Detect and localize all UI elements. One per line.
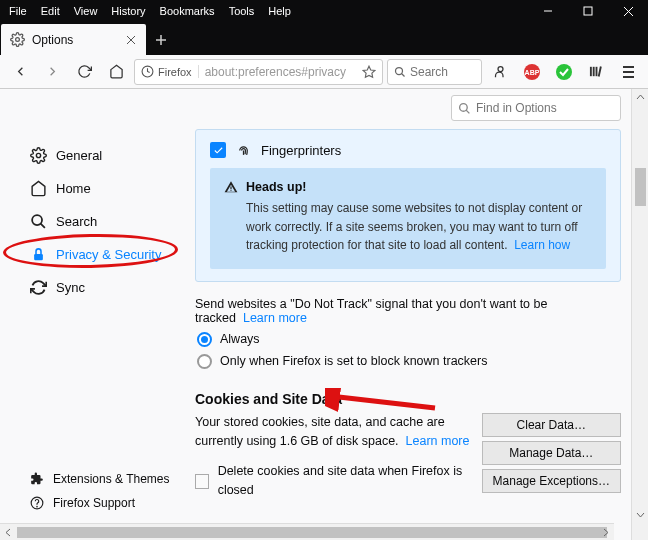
- sidebar-item-privacy[interactable]: Privacy & Security: [20, 238, 180, 271]
- dnt-onlywhen-row[interactable]: Only when Firefox is set to block known …: [197, 354, 621, 369]
- sidebar-bottom: Extensions & Themes Firefox Support: [20, 467, 180, 515]
- find-in-options[interactable]: [451, 95, 621, 121]
- menu-tools[interactable]: Tools: [222, 2, 262, 20]
- check-icon[interactable]: [550, 58, 578, 86]
- home-button[interactable]: [102, 58, 130, 86]
- manage-exceptions-button[interactable]: Manage Exceptions…: [482, 469, 621, 493]
- warning-box: Heads up! This setting may cause some we…: [210, 168, 606, 269]
- menu-history[interactable]: History: [104, 2, 152, 20]
- sidebar-item-search[interactable]: Search: [20, 205, 180, 238]
- svg-rect-18: [592, 67, 594, 76]
- svg-point-26: [36, 153, 40, 157]
- svg-line-28: [41, 224, 45, 228]
- menu-file[interactable]: File: [2, 2, 34, 20]
- reload-button[interactable]: [70, 58, 98, 86]
- h-scroll-thumb[interactable]: [17, 527, 607, 538]
- new-tab-button[interactable]: [146, 24, 176, 55]
- fingerprinters-checkbox[interactable]: [210, 142, 226, 158]
- toolbar: Firefox about:preferences#privacy ABP: [0, 55, 648, 89]
- forward-button[interactable]: [38, 58, 66, 86]
- library-icon[interactable]: [582, 58, 610, 86]
- v-scroll-thumb[interactable]: [635, 168, 646, 206]
- clear-data-button[interactable]: Clear Data…: [482, 413, 621, 437]
- menubar: File Edit View History Bookmarks Tools H…: [0, 0, 648, 22]
- main-panel: Fingerprinters Heads up! This setting ma…: [195, 129, 621, 520]
- dnt-label: Send websites a "Do Not Track" signal th…: [195, 297, 621, 325]
- svg-point-16: [556, 64, 572, 80]
- sidebar-extensions[interactable]: Extensions & Themes: [20, 467, 180, 491]
- search-icon: [458, 102, 471, 115]
- svg-point-33: [230, 190, 231, 191]
- sync-icon: [30, 279, 47, 296]
- svg-rect-29: [34, 254, 43, 260]
- search-icon: [394, 66, 406, 78]
- cookies-title: Cookies and Site Data: [195, 391, 621, 407]
- search-input[interactable]: [410, 65, 475, 79]
- sidebar-item-home[interactable]: Home: [20, 172, 180, 205]
- find-in-options-input[interactable]: [476, 101, 614, 115]
- url-text: about:preferences#privacy: [205, 65, 356, 79]
- menu-bookmarks[interactable]: Bookmarks: [153, 2, 222, 20]
- svg-rect-32: [230, 186, 231, 189]
- category-sidebar: General Home Search Privacy & Security S…: [20, 139, 180, 304]
- menu-help[interactable]: Help: [261, 2, 298, 20]
- hamburger-menu[interactable]: [614, 58, 642, 86]
- home-icon: [30, 180, 47, 197]
- window-close[interactable]: [608, 0, 648, 22]
- url-bar[interactable]: Firefox about:preferences#privacy: [134, 59, 383, 85]
- horizontal-scrollbar[interactable]: [0, 523, 614, 540]
- dnt-onlywhen-radio[interactable]: [197, 354, 212, 369]
- learn-how-link[interactable]: Learn how: [514, 238, 570, 252]
- warning-icon: [224, 180, 238, 194]
- abp-icon[interactable]: ABP: [518, 58, 546, 86]
- sidebar-item-general[interactable]: General: [20, 139, 180, 172]
- svg-point-31: [37, 506, 38, 507]
- account-icon[interactable]: [486, 58, 514, 86]
- question-icon: [30, 496, 44, 510]
- lock-icon: [30, 246, 47, 263]
- tabstrip: Options: [0, 22, 648, 55]
- bookmark-star-icon[interactable]: [362, 65, 376, 79]
- gear-icon: [30, 147, 47, 164]
- dnt-learn-more-link[interactable]: Learn more: [243, 311, 307, 325]
- tracking-panel: Fingerprinters Heads up! This setting ma…: [195, 129, 621, 282]
- svg-rect-19: [595, 67, 597, 76]
- svg-marker-10: [363, 66, 375, 77]
- svg-text:ABP: ABP: [525, 69, 540, 76]
- svg-point-27: [32, 215, 42, 225]
- manage-data-button[interactable]: Manage Data…: [482, 441, 621, 465]
- delete-on-close-checkbox[interactable]: [195, 474, 209, 489]
- tab-options[interactable]: Options: [1, 24, 146, 55]
- gear-icon: [9, 31, 26, 48]
- tab-close-icon[interactable]: [124, 33, 138, 47]
- svg-rect-1: [584, 7, 592, 15]
- fingerprinters-label: Fingerprinters: [261, 143, 341, 158]
- menu-view[interactable]: View: [67, 2, 105, 20]
- search-bar[interactable]: [387, 59, 482, 85]
- dnt-always-radio[interactable]: [197, 332, 212, 347]
- svg-rect-20: [597, 66, 601, 76]
- svg-rect-17: [589, 67, 591, 76]
- svg-point-11: [396, 67, 403, 74]
- svg-point-24: [460, 103, 468, 111]
- vertical-scrollbar[interactable]: [631, 89, 648, 540]
- svg-line-25: [466, 110, 469, 113]
- window-maximize[interactable]: [568, 0, 608, 22]
- puzzle-icon: [30, 472, 44, 486]
- svg-point-13: [498, 67, 503, 72]
- identity-box[interactable]: Firefox: [141, 65, 199, 78]
- window-minimize[interactable]: [528, 0, 568, 22]
- sidebar-support[interactable]: Firefox Support: [20, 491, 180, 515]
- cookies-body: Your stored cookies, site data, and cach…: [195, 413, 472, 500]
- fingerprint-icon: [236, 143, 251, 158]
- svg-line-12: [402, 73, 405, 76]
- sidebar-item-sync[interactable]: Sync: [20, 271, 180, 304]
- tab-title: Options: [32, 33, 118, 47]
- back-button[interactable]: [6, 58, 34, 86]
- preferences-page: General Home Search Privacy & Security S…: [0, 89, 631, 540]
- cookies-learn-more-link[interactable]: Learn more: [406, 434, 470, 448]
- svg-point-4: [16, 38, 20, 42]
- dnt-always-row[interactable]: Always: [197, 332, 621, 347]
- search-icon: [30, 213, 47, 230]
- menu-edit[interactable]: Edit: [34, 2, 67, 20]
